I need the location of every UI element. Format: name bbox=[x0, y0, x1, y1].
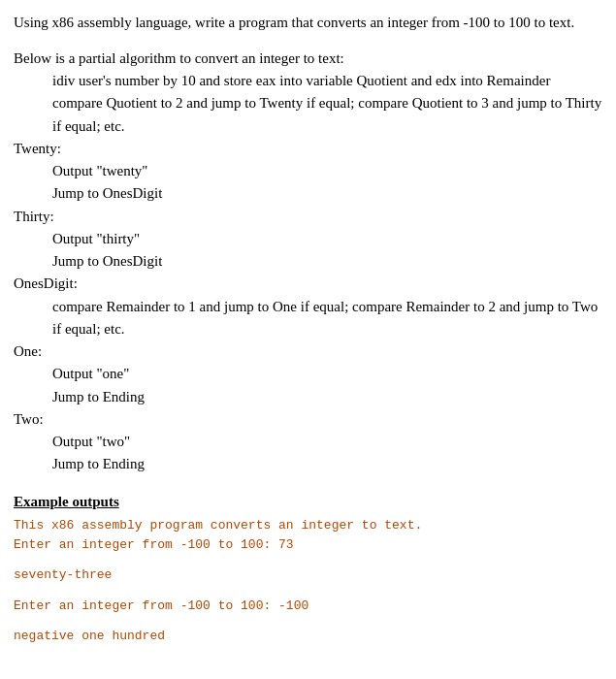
main-content: Using x86 assembly language, write a pro… bbox=[14, 12, 602, 476]
two-section: Two: Output "two" Jump to Ending bbox=[14, 408, 602, 476]
algorithm-intro: Below is a partial algorithm to convert … bbox=[14, 48, 602, 70]
example-section: Example outputs This x86 assembly progra… bbox=[14, 494, 602, 647]
example-line-0: This x86 assembly program converts an in… bbox=[14, 516, 602, 536]
one-jump: Jump to Ending bbox=[52, 386, 602, 408]
example-line-2: seventy-three bbox=[14, 566, 602, 586]
example-blank-3 bbox=[14, 616, 602, 626]
example-line-3: Enter an integer from -100 to 100: -100 bbox=[14, 597, 602, 617]
intro-line1: Using x86 assembly language, write a pro… bbox=[14, 15, 574, 30]
twenty-section: Twenty: Output "twenty" Jump to OnesDigi… bbox=[14, 138, 602, 206]
example-blank-2 bbox=[14, 586, 602, 596]
algo-line1: idiv user's number by 10 and store eax i… bbox=[52, 70, 602, 92]
example-line-4: negative one hundred bbox=[14, 627, 602, 647]
two-label: Two: bbox=[14, 408, 602, 431]
algo-line2: compare Quotient to 2 and jump to Twenty… bbox=[52, 92, 602, 138]
intro-paragraph: Using x86 assembly language, write a pro… bbox=[14, 12, 602, 34]
example-output: This x86 assembly program converts an in… bbox=[14, 516, 602, 647]
thirty-section: Thirty: Output "thirty" Jump to OnesDigi… bbox=[14, 206, 602, 274]
onesdigit-section: OnesDigit: compare Remainder to 1 and ju… bbox=[14, 273, 602, 340]
twenty-output: Output "twenty" bbox=[52, 160, 602, 182]
one-section: One: Output "one" Jump to Ending bbox=[14, 340, 602, 408]
two-jump: Jump to Ending bbox=[52, 453, 602, 475]
thirty-jump: Jump to OnesDigit bbox=[52, 250, 602, 273]
two-output: Output "two" bbox=[52, 431, 602, 453]
one-label: One: bbox=[14, 340, 602, 363]
thirty-label: Thirty: bbox=[14, 206, 602, 228]
example-blank-1 bbox=[14, 556, 602, 566]
one-output: Output "one" bbox=[52, 363, 602, 385]
twenty-jump: Jump to OnesDigit bbox=[52, 182, 602, 205]
algorithm-section: Below is a partial algorithm to convert … bbox=[14, 48, 602, 138]
example-title: Example outputs bbox=[14, 494, 602, 510]
onesdigit-algo: compare Remainder to 1 and jump to One i… bbox=[52, 296, 602, 341]
onesdigit-label: OnesDigit: bbox=[14, 273, 602, 295]
example-line-1: Enter an integer from -100 to 100: 73 bbox=[14, 535, 602, 556]
thirty-output: Output "thirty" bbox=[52, 228, 602, 250]
twenty-label: Twenty: bbox=[14, 138, 602, 160]
